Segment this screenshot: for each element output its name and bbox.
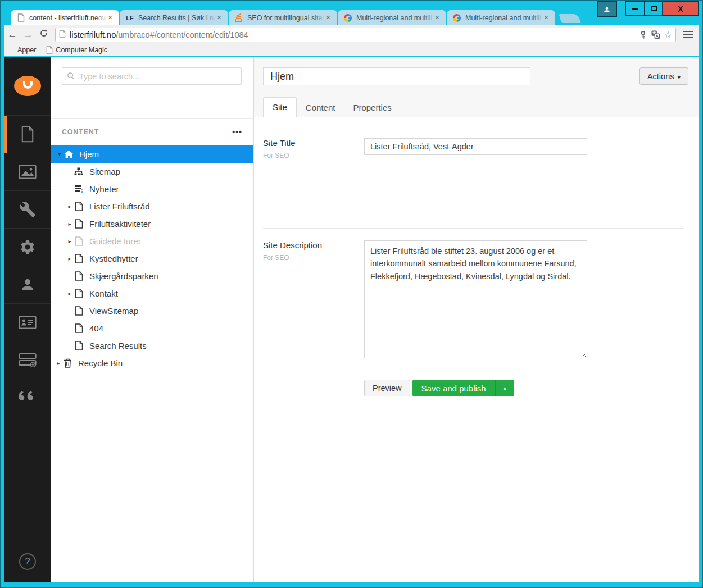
key-icon[interactable] <box>639 31 647 39</box>
actions-label: Actions <box>647 72 674 81</box>
window-controls: X <box>597 1 699 17</box>
id-card-icon <box>19 316 37 329</box>
bookmark-star-icon[interactable]: ☆ <box>664 29 672 40</box>
document-icon <box>73 236 84 246</box>
sitemap-icon <box>73 167 84 176</box>
chevron-right-icon[interactable] <box>55 360 62 366</box>
chevron-right-icon[interactable] <box>66 203 73 209</box>
tree-node-label: Guidede turer <box>89 236 141 246</box>
close-tab-icon[interactable]: ✕ <box>433 13 442 22</box>
lf-favicon-icon: LF <box>125 13 134 22</box>
new-tab-button[interactable] <box>559 14 580 23</box>
gear-icon <box>19 239 36 256</box>
node-name-input[interactable] <box>263 67 530 85</box>
close-tab-icon[interactable]: ✕ <box>324 13 333 22</box>
tree-options-button[interactable]: ••• <box>232 127 242 136</box>
document-icon <box>73 341 84 350</box>
menu-icon[interactable] <box>681 31 695 39</box>
wrench-icon <box>19 201 36 218</box>
address-bar[interactable]: listerfriluft.no/umbraco#/content/conten… <box>55 28 676 42</box>
section-settings[interactable] <box>4 190 51 228</box>
tree-node-404[interactable]: 404 <box>51 320 253 337</box>
close-tab-icon[interactable]: ✕ <box>106 13 115 22</box>
bookmark-label: Computer Magic <box>56 46 107 54</box>
tree-node-label: Kontakt <box>89 289 118 298</box>
chevron-right-icon[interactable] <box>66 221 73 227</box>
close-tab-icon[interactable]: ✕ <box>542 13 551 22</box>
bookmark-apps[interactable]: Apper <box>10 46 36 54</box>
browser-tab-search-results[interactable]: LF Search Results | Søk i nett ✕ <box>120 10 228 25</box>
document-icon <box>73 202 84 211</box>
preview-button[interactable]: Preview <box>364 380 410 396</box>
translate-icon[interactable] <box>651 30 660 39</box>
tree-node-viewsitemap[interactable]: ViewSitemap <box>51 302 253 320</box>
reload-icon[interactable] <box>36 29 52 40</box>
search-icon <box>67 72 75 82</box>
chevron-down-icon <box>677 72 681 81</box>
tree-node-nyheter[interactable]: Nyheter <box>51 180 253 198</box>
field-label: Site Description <box>263 240 359 250</box>
tab-site[interactable]: Site <box>263 97 297 117</box>
window-titlebar: content - listerfriluft.neow ✕ LF Search… <box>4 1 699 25</box>
tree-node-kystledhytter[interactable]: Kystledhytter <box>51 250 253 267</box>
tree-node-guidede-turer[interactable]: Guidede turer <box>51 233 253 250</box>
section-developer[interactable] <box>4 228 51 266</box>
url-domain: listerfriluft.no <box>70 30 116 39</box>
section-translation[interactable] <box>4 379 51 416</box>
tree-node-hjem[interactable]: Hjem <box>51 145 253 163</box>
chevron-down-icon[interactable] <box>56 151 63 157</box>
save-options-toggle[interactable] <box>495 380 514 396</box>
umbraco-logo[interactable] <box>4 57 51 115</box>
tree-node-sitemap[interactable]: Sitemap <box>51 163 253 180</box>
minimize-button[interactable] <box>625 1 644 16</box>
search-input[interactable] <box>62 67 242 85</box>
tree-node-recycle-bin[interactable]: Recycle Bin <box>51 354 253 372</box>
site-description-textarea[interactable]: Lister Friluftsråd ble stiftet 23. augus… <box>364 240 587 358</box>
browser-tab-multiregional-2[interactable]: Multi-regional and multili ✕ <box>447 10 555 25</box>
tree-node-skjaergardsparken[interactable]: Skjærgårdsparken <box>51 267 253 285</box>
section-members[interactable] <box>4 303 51 341</box>
close-button[interactable]: X <box>663 1 699 16</box>
section-media[interactable] <box>4 153 51 190</box>
url-text: listerfriluft.no/umbraco#/content/conten… <box>70 30 635 39</box>
tree-node-kontakt[interactable]: Kontakt <box>51 285 253 302</box>
home-icon <box>63 150 74 158</box>
profile-button[interactable] <box>597 1 617 17</box>
tree-node-label: Hjem <box>79 149 99 159</box>
page-icon <box>16 13 25 22</box>
actions-button[interactable]: Actions <box>639 67 688 85</box>
site-title-input[interactable] <box>364 138 587 155</box>
tab-properties[interactable]: Properties <box>344 98 400 117</box>
section-forms[interactable] <box>4 341 51 379</box>
section-users[interactable] <box>4 266 51 303</box>
tree-node-friluftsaktiviteter[interactable]: Friluftsaktiviteter <box>51 215 253 233</box>
tree-node-search-results[interactable]: Search Results <box>51 337 253 354</box>
document-icon <box>20 126 35 143</box>
tree-node-label: Lister Friluftsråd <box>89 202 150 211</box>
bookmark-computer-magic[interactable]: Computer Magic <box>46 46 107 54</box>
section-content[interactable] <box>4 115 51 153</box>
chevron-right-icon[interactable] <box>66 256 73 262</box>
browser-tab-seo[interactable]: SEO for multilingual sites ✕ <box>229 10 337 25</box>
chevron-right-icon[interactable] <box>66 238 73 244</box>
news-list-icon <box>73 185 84 193</box>
tree-node-lister-friluftsrad[interactable]: Lister Friluftsråd <box>51 198 253 215</box>
page-icon <box>59 30 66 40</box>
browser-tab-content[interactable]: content - listerfriluft.neow ✕ <box>11 10 119 25</box>
browser-tab-multiregional-1[interactable]: Multi-regional and multili ✕ <box>338 10 446 25</box>
tree-node-label: Friluftsaktiviteter <box>89 219 151 229</box>
umbraco-app: CONTENT ••• Hjem Sitemap <box>4 57 699 582</box>
back-icon[interactable]: ← <box>4 29 20 40</box>
tree-node-label: Kystledhytter <box>89 254 138 263</box>
forward-icon[interactable]: → <box>20 29 36 40</box>
save-and-publish-button[interactable]: Save and publish <box>412 380 514 396</box>
chevron-right-icon[interactable] <box>66 290 73 297</box>
tab-content[interactable]: Content <box>297 98 344 117</box>
help-button[interactable] <box>4 545 51 578</box>
stackoverflow-icon <box>234 13 243 22</box>
close-tab-icon[interactable]: ✕ <box>215 13 224 22</box>
maximize-button[interactable] <box>644 1 663 16</box>
editor-tabs: Site Content Properties <box>263 97 401 117</box>
document-icon <box>73 219 84 229</box>
content-tree-panel: CONTENT ••• Hjem Sitemap <box>51 57 254 582</box>
